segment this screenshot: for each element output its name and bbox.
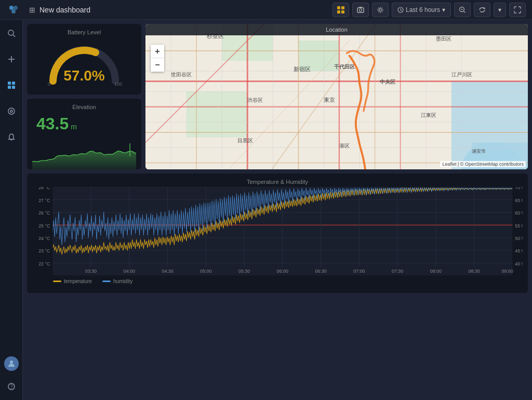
svg-point-13 bbox=[8, 30, 14, 35]
fullscreen-button[interactable] bbox=[509, 3, 526, 17]
svg-text:65 %H: 65 %H bbox=[515, 197, 523, 203]
refresh-button[interactable] bbox=[474, 3, 490, 17]
legend-temperature: temperature bbox=[53, 278, 92, 284]
more-button[interactable]: ▾ bbox=[494, 3, 506, 17]
svg-text:03:30: 03:30 bbox=[85, 268, 97, 273]
svg-text:港区: 港区 bbox=[339, 143, 350, 149]
svg-text:07:30: 07:30 bbox=[392, 268, 403, 273]
battery-gauge: 57.0% 0 100 bbox=[45, 39, 123, 89]
sidebar-item-alerts[interactable] bbox=[3, 129, 20, 145]
svg-point-22 bbox=[10, 110, 12, 112]
add-widget-button[interactable] bbox=[332, 3, 349, 17]
topbar-actions: Last 6 hours ▾ ▾ bbox=[332, 3, 526, 17]
temperature-legend-dot bbox=[53, 281, 61, 282]
map-panel[interactable]: Location bbox=[145, 24, 528, 169]
elevation-unit: m bbox=[71, 123, 77, 131]
svg-text:千代田区: 千代田区 bbox=[334, 64, 355, 70]
svg-text:中央区: 中央区 bbox=[380, 79, 395, 85]
time-range-label: Last 6 hours bbox=[406, 6, 440, 14]
svg-rect-9 bbox=[359, 7, 362, 8]
svg-point-8 bbox=[359, 9, 362, 11]
svg-line-14 bbox=[13, 35, 15, 37]
svg-text:08:30: 08:30 bbox=[469, 268, 480, 273]
svg-text:04:30: 04:30 bbox=[162, 268, 174, 273]
sidebar-bottom: ? bbox=[3, 356, 20, 395]
svg-text:05:00: 05:00 bbox=[200, 268, 211, 273]
temp-humidity-panel: Temperature & Humidity bbox=[27, 174, 528, 293]
content-area: Battery Level 57.0% 0 100 bbox=[23, 20, 532, 400]
svg-text:東京: 東京 bbox=[324, 97, 335, 103]
svg-point-23 bbox=[10, 361, 13, 364]
battery-max: 100 bbox=[114, 82, 122, 87]
svg-text:新宿区: 新宿区 bbox=[294, 66, 311, 72]
title-text: New dashboard bbox=[39, 6, 90, 14]
svg-text:渋谷区: 渋谷区 bbox=[247, 97, 263, 103]
svg-text:浦安市: 浦安市 bbox=[472, 149, 486, 154]
svg-text:墨田区: 墨田区 bbox=[436, 36, 451, 42]
left-panels: Battery Level 57.0% 0 100 bbox=[27, 24, 141, 169]
main-layout: ? Battery Level bbox=[0, 20, 532, 400]
svg-text:24 °C: 24 °C bbox=[38, 236, 50, 241]
svg-text:08:00: 08:00 bbox=[430, 268, 442, 273]
svg-rect-18 bbox=[12, 82, 15, 85]
battery-value: 57.0% bbox=[63, 68, 104, 84]
topbar: ⊞ New dashboard Last 6 hours ▾ ▾ bbox=[0, 0, 532, 20]
chart-title: Temperature & Humidity bbox=[32, 179, 523, 185]
svg-text:07:00: 07:00 bbox=[353, 268, 365, 273]
svg-text:27 °C: 27 °C bbox=[38, 197, 50, 203]
svg-text:06:30: 06:30 bbox=[315, 268, 327, 273]
svg-text:23 °C: 23 °C bbox=[38, 248, 50, 254]
svg-rect-17 bbox=[8, 82, 11, 85]
battery-title: Battery Level bbox=[68, 29, 101, 35]
map-zoom-in[interactable]: + bbox=[151, 45, 164, 58]
svg-text:世田谷区: 世田谷区 bbox=[171, 72, 192, 77]
svg-text:04:00: 04:00 bbox=[124, 268, 135, 273]
legend-humidity: humidity bbox=[102, 278, 132, 284]
dashboard-grid-icon: ⊞ bbox=[29, 6, 35, 14]
svg-rect-5 bbox=[337, 10, 340, 14]
svg-point-0 bbox=[9, 6, 14, 10]
elevation-chart bbox=[32, 136, 136, 169]
svg-rect-33 bbox=[187, 91, 248, 137]
svg-text:45 %H: 45 %H bbox=[515, 248, 523, 254]
humidity-legend-dot bbox=[102, 281, 111, 282]
svg-text:22 °C: 22 °C bbox=[38, 261, 50, 266]
sidebar-item-search[interactable] bbox=[3, 25, 20, 42]
chart-area: 28 °C 27 °C 26 °C 25 °C 24 °C 23 °C 22 °… bbox=[32, 187, 523, 275]
sidebar-item-dashboard[interactable] bbox=[3, 77, 20, 94]
svg-rect-3 bbox=[337, 6, 340, 9]
svg-text:25 °C: 25 °C bbox=[38, 223, 50, 228]
screenshot-button[interactable] bbox=[352, 3, 369, 17]
svg-rect-7 bbox=[357, 8, 364, 12]
avatar[interactable] bbox=[4, 356, 19, 371]
temperature-label: temperature bbox=[64, 278, 92, 284]
chart-legend: temperature humidity bbox=[32, 278, 523, 284]
time-range-button[interactable]: Last 6 hours ▾ bbox=[392, 3, 451, 17]
zoom-out-button[interactable] bbox=[454, 3, 471, 17]
sidebar-item-help[interactable]: ? bbox=[3, 378, 20, 395]
battery-min: 0 bbox=[48, 82, 50, 87]
app-logo bbox=[6, 3, 21, 17]
map-zoom-controls: + − bbox=[151, 45, 164, 72]
svg-rect-4 bbox=[341, 6, 344, 9]
sidebar-item-explore[interactable] bbox=[3, 103, 20, 119]
svg-rect-6 bbox=[341, 10, 344, 14]
map-zoom-out[interactable]: − bbox=[151, 58, 164, 72]
elevation-value: 43.5 bbox=[36, 114, 69, 134]
svg-point-10 bbox=[379, 8, 381, 11]
map-attribution: Leaflet | © OpenStreetMap contributors bbox=[440, 161, 526, 167]
svg-text:50 %H: 50 %H bbox=[515, 236, 523, 241]
sidebar-item-add[interactable] bbox=[3, 51, 20, 68]
svg-text:55 %H: 55 %H bbox=[515, 223, 523, 228]
svg-text:江戸川区: 江戸川区 bbox=[451, 72, 472, 77]
sidebar: ? bbox=[0, 20, 23, 400]
svg-text:目黒区: 目黒区 bbox=[237, 138, 253, 143]
svg-text:28 °C: 28 °C bbox=[38, 187, 50, 190]
svg-text:60 %H: 60 %H bbox=[515, 210, 523, 216]
svg-text:70 %H: 70 %H bbox=[515, 187, 523, 190]
elevation-panel: Elevation 43.5 m bbox=[27, 99, 141, 169]
svg-text:05:30: 05:30 bbox=[238, 268, 250, 273]
settings-button[interactable] bbox=[372, 3, 389, 17]
svg-text:?: ? bbox=[10, 384, 13, 390]
svg-text:06:00: 06:00 bbox=[277, 268, 288, 273]
